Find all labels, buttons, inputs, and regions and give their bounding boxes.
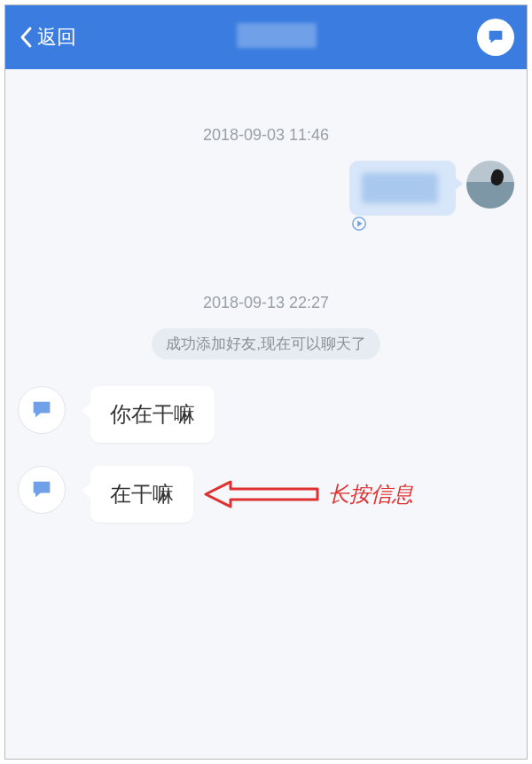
- avatar-received[interactable]: [18, 466, 66, 514]
- page-title: [76, 23, 477, 51]
- message-bubble-received[interactable]: 你在干嘛: [90, 386, 215, 443]
- message-text: 在干嘛: [110, 482, 174, 506]
- title-blurred: [237, 23, 317, 48]
- avatar-sent[interactable]: [466, 161, 514, 209]
- message-row-sent: [18, 161, 514, 232]
- message-bubble-received[interactable]: 在干嘛: [90, 466, 193, 523]
- back-button[interactable]: 返回: [18, 24, 76, 51]
- header-bar: 返回: [5, 5, 527, 69]
- timestamp: 2018-09-13 22:27: [18, 294, 514, 312]
- sent-bubble-wrap: [349, 161, 456, 232]
- audio-play-icon[interactable]: [349, 216, 456, 232]
- speech-bubble-icon: [29, 398, 54, 422]
- chat-body: 2018-09-03 11:46 2018-09-13 22:27 成功添加好友…: [5, 69, 527, 563]
- app-frame: 返回 2018-09-03 11:46 2018-09-13 22:27: [4, 4, 528, 760]
- message-content-blurred: [362, 173, 438, 203]
- message-row-received: 在干嘛: [18, 466, 514, 523]
- chevron-left-icon: [18, 26, 34, 49]
- message-bubble-sent[interactable]: [349, 161, 456, 216]
- back-label: 返回: [37, 24, 76, 51]
- message-row-received: 你在干嘛: [18, 386, 514, 443]
- timestamp: 2018-09-03 11:46: [18, 126, 514, 145]
- avatar-received[interactable]: [18, 386, 66, 434]
- speech-bubble-icon: [486, 28, 505, 47]
- speech-bubble-icon: [29, 477, 54, 502]
- system-message: 成功添加好友,现在可以聊天了: [152, 328, 380, 359]
- chat-action-button[interactable]: [477, 19, 514, 56]
- message-text: 你在干嘛: [110, 402, 195, 426]
